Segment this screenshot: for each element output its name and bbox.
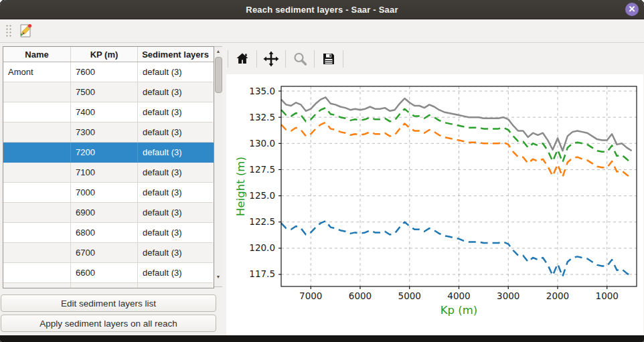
column-header-kp[interactable]: KP (m) xyxy=(71,47,138,62)
svg-text:127.5: 127.5 xyxy=(249,164,275,175)
cell-kp[interactable]: 7400 xyxy=(71,102,138,122)
svg-text:7000: 7000 xyxy=(299,290,322,301)
table-row[interactable]: 7500default (3) xyxy=(3,82,214,102)
cell-kp[interactable]: 7500 xyxy=(71,82,138,102)
cell-layers[interactable]: default (3) xyxy=(138,143,213,163)
cell-name[interactable] xyxy=(3,122,71,143)
scrollbar-thumb[interactable] xyxy=(215,57,222,93)
y-axis-label: Height (m) xyxy=(234,157,247,216)
cell-kp[interactable]: 7200 xyxy=(71,143,138,163)
svg-text:135.0: 135.0 xyxy=(249,86,275,96)
main-toolbar xyxy=(0,19,644,43)
svg-text:4000: 4000 xyxy=(447,290,470,301)
cell-kp[interactable]: 7600 xyxy=(71,62,138,82)
svg-text:2000: 2000 xyxy=(546,290,569,301)
chart-canvas[interactable]: 135.0132.5130.0127.5125.0122.5120.0117.5… xyxy=(226,74,643,333)
cell-layers[interactable]: default (3) xyxy=(138,163,213,183)
cell-layers[interactable]: default (3) xyxy=(138,102,213,122)
cell-kp[interactable]: 6900 xyxy=(71,203,138,223)
series-layer-bottom xyxy=(281,221,632,276)
dialog-content: Name KP (m) Sediment layers Amont7600def… xyxy=(0,43,644,336)
sediment-layers-table[interactable]: Name KP (m) Sediment layers Amont7600def… xyxy=(3,46,214,288)
cell-name[interactable] xyxy=(3,183,71,203)
svg-text:125.0: 125.0 xyxy=(249,190,275,201)
window-title: Reach sediment layers - Saar - Saar xyxy=(246,5,398,15)
x-axis-label: Kp (m) xyxy=(440,304,478,317)
table-row[interactable]: 7400default (3) xyxy=(3,102,214,122)
window-bottom-edge xyxy=(0,335,644,342)
titlebar[interactable]: Reach sediment layers - Saar - Saar ✕ xyxy=(0,0,644,19)
dialog-window: Reach sediment layers - Saar - Saar ✕ xyxy=(0,0,644,342)
plot-toolbar xyxy=(222,43,644,74)
table-body: Amont7600default (3)7500default (3)7400d… xyxy=(3,62,214,288)
table-row[interactable]: 6800default (3) xyxy=(3,223,214,243)
cell-name[interactable] xyxy=(3,163,71,183)
cell-name[interactable] xyxy=(3,203,71,223)
column-header-name[interactable]: Name xyxy=(3,47,71,62)
scroll-up-icon[interactable]: ▲ xyxy=(214,47,222,56)
zoom-icon[interactable] xyxy=(290,49,310,69)
close-icon[interactable]: ✕ xyxy=(625,3,639,16)
sections-panel: Name KP (m) Sediment layers Amont7600def… xyxy=(0,43,222,336)
svg-text:6000: 6000 xyxy=(349,290,372,301)
cell-name[interactable] xyxy=(3,263,71,283)
cell-layers[interactable]: default (3) xyxy=(138,82,213,102)
save-icon[interactable] xyxy=(319,49,339,69)
cell-name[interactable] xyxy=(3,143,71,163)
edit-sediment-layers-button[interactable]: Edit sediment layers list xyxy=(1,294,216,312)
cell-kp[interactable]: 6800 xyxy=(71,223,138,243)
cell-kp[interactable]: 7100 xyxy=(71,163,138,183)
chart-area[interactable]: 135.0132.5130.0127.5125.0122.5120.0117.5… xyxy=(226,74,643,336)
cell-kp[interactable]: 7000 xyxy=(71,183,138,203)
svg-text:122.5: 122.5 xyxy=(249,216,275,227)
cell-layers[interactable]: default (3) xyxy=(138,62,213,82)
cell-name[interactable]: Amont xyxy=(3,62,71,82)
svg-text:132.5: 132.5 xyxy=(249,112,275,122)
cell-layers[interactable]: default (3) xyxy=(138,183,213,203)
table-row[interactable]: 6600default (3) xyxy=(3,263,214,283)
scroll-down-icon[interactable]: ▼ xyxy=(214,272,222,281)
pan-icon[interactable] xyxy=(261,49,281,69)
table-row[interactable]: 7100default (3) xyxy=(3,163,214,183)
apply-sediment-layers-button[interactable]: Apply sediment layers on all reach xyxy=(1,315,216,332)
table-row[interactable]: 7300default (3) xyxy=(3,122,214,143)
cell-layers[interactable]: default (3) xyxy=(138,122,213,143)
table-row[interactable]: 6900default (3) xyxy=(3,203,214,223)
cell-layers[interactable]: default (3) xyxy=(138,243,213,263)
plot-panel: 135.0132.5130.0127.5125.0122.5120.0117.5… xyxy=(222,43,644,336)
svg-text:5000: 5000 xyxy=(398,290,421,301)
series-layer-2 xyxy=(281,108,632,163)
document-edit-icon xyxy=(17,23,33,39)
cell-kp[interactable]: 6600 xyxy=(71,263,138,283)
table-header: Name KP (m) Sediment layers xyxy=(3,47,214,62)
home-icon[interactable] xyxy=(232,49,252,69)
svg-text:130.0: 130.0 xyxy=(249,138,275,149)
cell-layers[interactable]: default (3) xyxy=(138,203,213,223)
toolbar-drag-handle-icon[interactable] xyxy=(5,23,12,38)
table-row[interactable]: 7000default (3) xyxy=(3,183,214,203)
cell-name[interactable] xyxy=(3,223,71,243)
cell-kp[interactable]: 6700 xyxy=(71,243,138,263)
column-header-layers[interactable]: Sediment layers xyxy=(138,47,213,62)
cell-kp[interactable]: 7300 xyxy=(71,122,138,143)
cell-name[interactable] xyxy=(3,102,71,122)
cell-layers[interactable]: default (3) xyxy=(138,223,213,243)
svg-text:3000: 3000 xyxy=(497,290,519,301)
table-row[interactable]: 7200default (3) xyxy=(3,143,214,163)
edit-sediment-icon[interactable] xyxy=(16,22,35,39)
svg-text:117.5: 117.5 xyxy=(249,268,275,279)
cell-name[interactable] xyxy=(3,82,71,102)
svg-text:1000: 1000 xyxy=(596,290,619,301)
table-row[interactable]: 6700default (3) xyxy=(3,243,214,263)
cell-layers[interactable]: default (3) xyxy=(138,263,213,283)
cell-name[interactable] xyxy=(3,243,71,263)
svg-text:120.0: 120.0 xyxy=(249,242,275,253)
table-row[interactable]: Amont7600default (3) xyxy=(3,62,214,82)
table-row-clipped xyxy=(3,283,214,288)
